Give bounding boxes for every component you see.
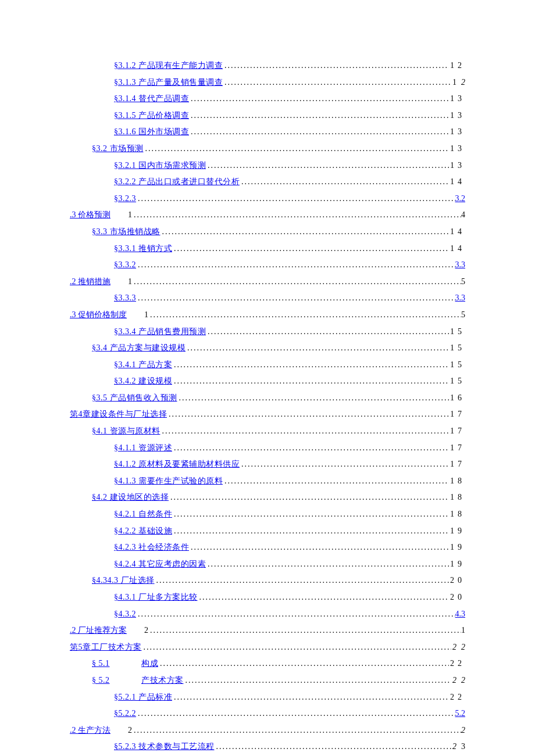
toc-continuation: .3 价格预测14 — [70, 207, 465, 223]
toc-continuation-number: 1 — [144, 307, 148, 323]
toc-dots — [155, 573, 450, 589]
toc-link[interactable]: §4.2.2 基础设施 — [114, 524, 172, 539]
toc-link[interactable]: §3.2.3 — [114, 191, 136, 207]
toc-trail-link[interactable]: 3.3 — [455, 291, 466, 306]
toc-link[interactable]: .2 厂址推荐方案 — [70, 623, 127, 639]
toc-link[interactable]: §5.2.2 — [114, 706, 136, 722]
toc-entry: §4.2.4 其它应考虑的因素19 — [70, 557, 465, 572]
toc-dots — [132, 723, 461, 739]
toc-link[interactable]: §3.4.2 建设规模 — [114, 374, 172, 389]
toc-link[interactable]: §3.1.5 产品价格调查 — [114, 108, 189, 124]
toc-link[interactable]: §3.3.3 — [114, 291, 136, 306]
toc-dots — [206, 158, 449, 174]
toc-page-number: 15 — [449, 324, 465, 340]
toc-link[interactable]: §3.3.4 产品销售费用预测 — [114, 324, 206, 340]
toc-page-number: 14 — [449, 224, 465, 240]
toc-dots — [148, 623, 461, 639]
toc-link[interactable]: .3 促销价格制度 — [70, 307, 127, 323]
toc-page-number: 1 — [451, 75, 460, 91]
toc-page-number: 13 — [449, 124, 465, 140]
toc-link[interactable]: 产技术方案 — [141, 673, 184, 689]
toc-link[interactable]: §3.1.4 替代产品调查 — [114, 91, 189, 107]
toc-link[interactable]: §4.2 建设地区的选择 — [92, 490, 169, 506]
toc-page-number: 22 — [449, 656, 465, 672]
toc-link[interactable]: 构成 — [141, 656, 158, 672]
toc-continuation-number: 1 — [128, 274, 132, 290]
toc-trail-link[interactable]: 5.2 — [455, 706, 466, 722]
toc-link[interactable]: 第4章建设条件与厂址选择 — [70, 407, 167, 422]
toc-link[interactable]: §5.2.3 技术参数与工艺流程 — [114, 739, 215, 755]
toc-dots — [206, 557, 449, 572]
toc-dots — [223, 474, 449, 489]
toc-trail-link[interactable]: 3.3 — [455, 257, 466, 273]
toc-link[interactable]: §3.1.6 国外市场调查 — [114, 124, 189, 140]
toc-link[interactable]: §3.3.2 — [114, 257, 136, 273]
toc-link[interactable]: §3.1.3 产品产量及销售量调查 — [114, 75, 223, 91]
toc-entry: §3.1.3 产品产量及销售量调查12 — [70, 75, 465, 91]
toc-link[interactable]: §4.2.3 社会经济条件 — [114, 540, 189, 556]
toc-link[interactable]: §3.2.1 国内市场需求预测 — [114, 158, 206, 174]
toc-link[interactable]: §4.1.3 需要作生产试验的原料 — [114, 474, 223, 489]
toc-link[interactable]: §3.4 产品方案与建设规模 — [92, 341, 186, 356]
toc-page-number: 14 — [449, 174, 465, 190]
toc-dots — [172, 690, 449, 705]
toc-entry: §3.3 市场推销战略14 — [70, 224, 465, 240]
toc-trail-link[interactable]: 3.2 — [455, 191, 466, 207]
toc-entry: §4.2.2 基础设施19 — [70, 524, 465, 539]
toc-link[interactable]: 第5章工厂技术方案 — [70, 640, 142, 655]
toc-entry: §3.1.6 国外市场调查13 — [70, 124, 465, 140]
toc-page-number: 13 — [449, 91, 465, 107]
toc-entry: §3.3.23.3 — [70, 257, 465, 273]
toc-link[interactable]: §3.3.1 推销方式 — [114, 241, 172, 257]
toc-continuation: .2 推销措施15 — [70, 274, 465, 290]
toc-entry: 第4章建设条件与厂址选择17 — [70, 407, 465, 422]
toc-dots — [240, 174, 449, 190]
toc-link[interactable]: .3 价格预测 — [70, 207, 110, 223]
toc-page-number: 20 — [449, 573, 465, 589]
toc-link[interactable]: §4.1.1 资源评述 — [114, 440, 172, 456]
toc-link[interactable]: §4.1.2 原材料及要紧辅助材料供应 — [114, 457, 240, 472]
toc-entry: §3.3.1 推销方式14 — [70, 241, 465, 257]
toc-link[interactable]: §5.2.1 产品标准 — [114, 690, 172, 705]
toc-dots — [172, 374, 449, 389]
toc-page-number: 17 — [449, 440, 465, 456]
toc-link[interactable]: §4.34.3 厂址选择 — [92, 573, 155, 589]
toc-page-number: 20 — [449, 590, 465, 605]
toc-entry: §3.2.1 国内市场需求预测13 — [70, 158, 465, 174]
toc-dots — [136, 257, 455, 273]
toc-page-number: 15 — [449, 357, 465, 373]
toc-page-number: 2 — [451, 640, 460, 655]
toc-link[interactable]: §4.3.2 — [114, 607, 136, 622]
toc-dots — [177, 390, 450, 406]
toc-page-number: 18 — [449, 474, 465, 489]
toc-page-number: 17 — [449, 407, 465, 422]
toc-link[interactable]: .2 推销措施 — [70, 274, 110, 290]
toc-link[interactable]: §3.4.1 产品方案 — [114, 357, 172, 373]
toc-link[interactable]: §3.1.2 产品现有生产能力调查 — [114, 58, 223, 74]
toc-link[interactable]: §4.2.1 自然条件 — [114, 507, 172, 522]
toc-dots — [240, 457, 449, 472]
toc-link[interactable]: .2 生产方法 — [70, 723, 110, 739]
toc-link[interactable]: §3.2.2 产品出口或者进口替代分析 — [114, 174, 240, 190]
toc-link[interactable]: §3.5 产品销售收入预测 — [92, 390, 177, 406]
toc-link[interactable]: §3.3 市场推销战略 — [92, 224, 160, 240]
toc-section-number[interactable]: § 5.2 — [92, 673, 141, 689]
toc-page-number: 19 — [449, 540, 465, 556]
toc-link[interactable]: §3.2 市场预测 — [92, 141, 144, 157]
toc-entry: §5.2.3 技术参数与工艺流程23 — [70, 739, 465, 755]
toc-trail-link[interactable]: 4.3 — [455, 607, 466, 622]
toc-entry: §3.3.33.3 — [70, 291, 465, 306]
toc-page-number: 14 — [449, 241, 465, 257]
toc-link[interactable]: §4.1 资源与原材料 — [92, 424, 160, 439]
toc-dots — [215, 739, 452, 755]
toc-entry: §4.2.1 自然条件18 — [70, 507, 465, 522]
toc-link[interactable]: §4.3.1 厂址多方案比较 — [114, 590, 198, 605]
toc-continuation: .2 厂址推荐方案21 — [70, 623, 465, 639]
toc-link[interactable]: §4.2.4 其它应考虑的因素 — [114, 557, 206, 572]
toc-dots — [167, 407, 449, 422]
toc-entry: §3.3.4 产品销售费用预测15 — [70, 324, 465, 340]
toc-section-number[interactable]: § 5.1 — [92, 656, 141, 672]
toc-entry: §5.2.1 产品标准22 — [70, 690, 465, 705]
toc-page-number: 19 — [449, 557, 465, 572]
toc-page-number: 2 — [451, 673, 460, 689]
